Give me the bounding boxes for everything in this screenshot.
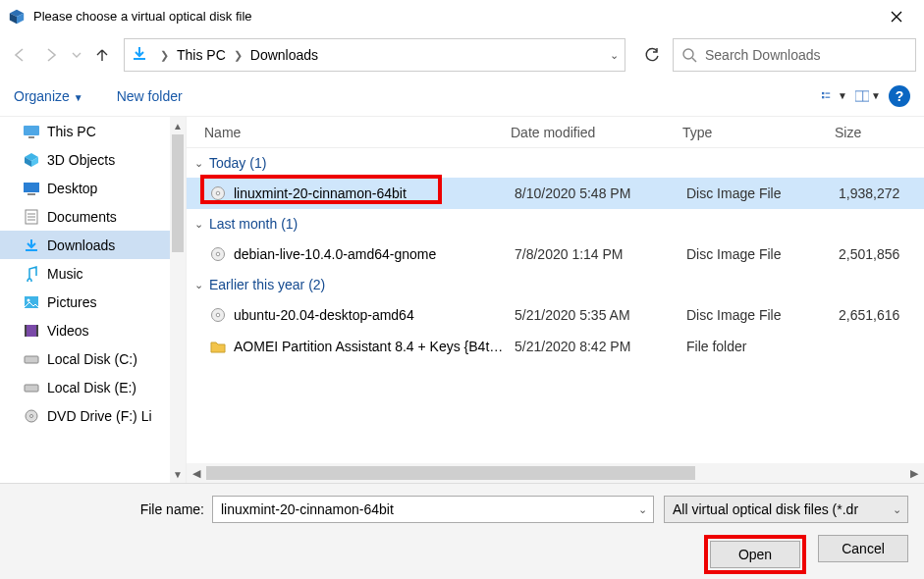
svg-point-38 xyxy=(216,252,220,256)
filename-label: File name: xyxy=(16,501,212,517)
column-headers: Name Date modified Type Size xyxy=(187,117,924,148)
group-header[interactable]: ⌄ Last month (1) xyxy=(187,209,924,238)
body: This PC 3D Objects Desktop Documents Dow… xyxy=(0,116,924,483)
organize-menu[interactable]: Organize▼ xyxy=(14,88,83,104)
svg-rect-25 xyxy=(26,249,37,251)
folder-icon xyxy=(208,337,228,356)
chevron-down-icon: ⌄ xyxy=(194,218,203,231)
disk-icon xyxy=(22,378,41,397)
chevron-right-icon: ❯ xyxy=(230,49,246,62)
app-cube-icon xyxy=(8,8,26,26)
sidebar-item-dvd-drive[interactable]: DVD Drive (F:) Li xyxy=(0,401,186,430)
column-size[interactable]: Size xyxy=(835,125,924,140)
svg-rect-26 xyxy=(25,296,38,308)
sidebar-item-music[interactable]: Music xyxy=(0,259,186,288)
nav-bar: ❯ This PC ❯ Downloads ⌄ Search Downloads xyxy=(0,33,924,77)
group-header[interactable]: ⌄ Earlier this year (2) xyxy=(187,270,924,299)
dvd-icon xyxy=(22,406,41,426)
chevron-down-icon[interactable]: ⌄ xyxy=(610,49,619,62)
svg-rect-15 xyxy=(28,136,34,138)
file-type-filter[interactable]: All virtual optical disk files (*.dr ⌄ xyxy=(664,496,908,523)
new-folder-button[interactable]: New folder xyxy=(117,88,183,104)
toolbar: Organize▼ New folder ▼ ▼ ? xyxy=(0,77,924,116)
chevron-down-icon[interactable]: ⌄ xyxy=(638,503,647,516)
sidebar-item-local-disk-e[interactable]: Local Disk (E:) xyxy=(0,373,186,401)
svg-rect-8 xyxy=(822,91,824,93)
caret-down-icon: ▼ xyxy=(74,92,83,103)
forward-button[interactable] xyxy=(37,41,65,69)
view-mode-button[interactable]: ▼ xyxy=(822,85,847,107)
back-button[interactable] xyxy=(6,41,33,69)
window-title: Please choose a virtual optical disk fil… xyxy=(33,9,877,24)
svg-rect-9 xyxy=(826,92,831,93)
chevron-down-icon[interactable]: ⌄ xyxy=(893,503,901,516)
scroll-thumb[interactable] xyxy=(206,466,695,480)
scroll-right-icon[interactable]: ▶ xyxy=(904,467,924,480)
sidebar-item-downloads[interactable]: Downloads xyxy=(0,231,186,259)
disc-image-icon xyxy=(208,244,228,264)
scroll-down-icon[interactable]: ▼ xyxy=(170,465,186,483)
sidebar-item-documents[interactable]: Documents xyxy=(0,202,186,231)
highlight-selected-file xyxy=(200,175,442,204)
scroll-up-icon[interactable]: ▲ xyxy=(170,117,186,134)
scroll-left-icon[interactable]: ◀ xyxy=(187,467,206,480)
file-list-pane: Name Date modified Type Size ⌄ Today (1)… xyxy=(187,117,924,483)
column-type[interactable]: Type xyxy=(682,125,835,140)
preview-pane-button[interactable]: ▼ xyxy=(855,85,881,107)
file-row-aomei[interactable]: AOMEI Partition Assistant 8.4 + Keys {B4… xyxy=(187,331,924,362)
videos-icon xyxy=(22,321,41,341)
downloads-path-icon xyxy=(131,45,150,65)
svg-rect-20 xyxy=(27,193,35,195)
filename-input[interactable]: linuxmint-20-cinnamon-64bit ⌄ xyxy=(212,496,654,523)
sidebar-item-3d-objects[interactable]: 3D Objects xyxy=(0,145,186,174)
svg-point-40 xyxy=(216,313,220,317)
search-placeholder: Search Downloads xyxy=(705,47,821,63)
file-row-ubuntu[interactable]: ubuntu-20.04-desktop-amd64 5/21/2020 5:3… xyxy=(187,299,924,331)
pictures-icon xyxy=(22,292,41,312)
svg-rect-5 xyxy=(134,58,145,60)
close-button[interactable] xyxy=(877,3,916,30)
breadcrumb-bar[interactable]: ❯ This PC ❯ Downloads ⌄ xyxy=(124,38,625,72)
column-date[interactable]: Date modified xyxy=(511,125,682,140)
svg-point-6 xyxy=(683,49,693,59)
svg-point-34 xyxy=(30,414,33,417)
sidebar-scrollbar[interactable]: ▲ ▼ xyxy=(170,117,186,483)
downloads-icon xyxy=(22,236,41,255)
sidebar-item-pictures[interactable]: Pictures xyxy=(0,288,186,316)
open-button[interactable]: Open xyxy=(710,541,800,568)
desktop-icon xyxy=(22,179,41,198)
horizontal-scrollbar[interactable]: ◀ ▶ xyxy=(187,463,924,483)
sidebar-item-local-disk-c[interactable]: Local Disk (C:) xyxy=(0,344,186,373)
breadcrumb-root[interactable]: This PC xyxy=(173,45,230,65)
group-header[interactable]: ⌄ Today (1) xyxy=(187,148,924,178)
svg-rect-30 xyxy=(36,325,38,337)
cancel-button[interactable]: Cancel xyxy=(818,535,908,562)
chevron-down-icon: ⌄ xyxy=(194,157,203,170)
cube-icon xyxy=(22,150,41,170)
sidebar-item-desktop[interactable]: Desktop xyxy=(0,174,186,202)
svg-rect-28 xyxy=(25,325,38,337)
disk-icon xyxy=(22,349,41,369)
sidebar-item-this-pc[interactable]: This PC xyxy=(0,117,186,145)
svg-rect-31 xyxy=(25,356,38,363)
up-button[interactable] xyxy=(88,41,116,69)
scroll-thumb[interactable] xyxy=(172,134,184,252)
search-icon xyxy=(681,47,697,63)
highlight-open-button: Open xyxy=(704,535,806,574)
search-input[interactable]: Search Downloads xyxy=(673,38,916,72)
pc-icon xyxy=(22,122,41,141)
chevron-down-icon: ⌄ xyxy=(194,279,203,291)
recent-dropdown[interactable] xyxy=(69,41,84,69)
svg-rect-29 xyxy=(25,325,27,337)
sidebar-item-videos[interactable]: Videos xyxy=(0,316,186,344)
title-bar: Please choose a virtual optical disk fil… xyxy=(0,0,924,33)
svg-rect-32 xyxy=(25,385,38,392)
column-name[interactable]: Name xyxy=(187,125,511,140)
file-row-debian[interactable]: debian-live-10.4.0-amd64-gnome 7/8/2020 … xyxy=(187,238,924,270)
help-button[interactable]: ? xyxy=(889,85,910,107)
svg-line-7 xyxy=(692,58,696,62)
svg-rect-19 xyxy=(24,183,39,192)
refresh-button[interactable] xyxy=(635,38,669,72)
breadcrumb-folder[interactable]: Downloads xyxy=(246,45,322,65)
disc-image-icon xyxy=(208,305,228,325)
